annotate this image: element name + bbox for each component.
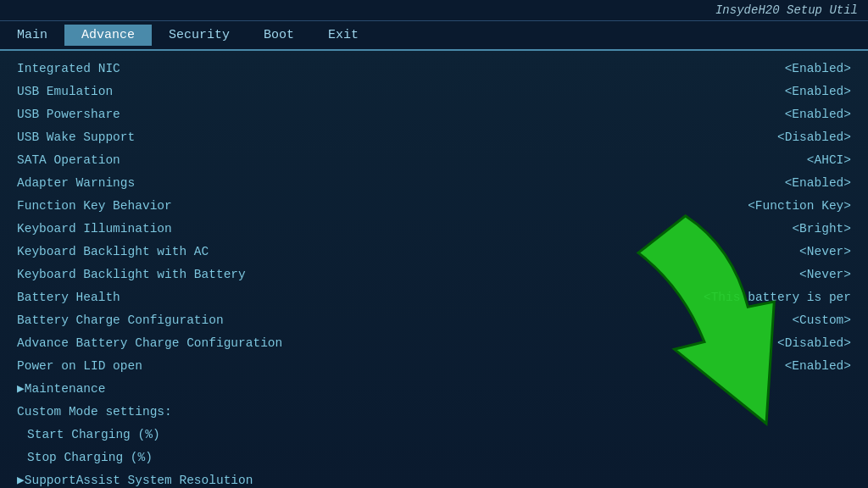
setting-value xyxy=(682,472,851,488)
setting-label: Battery Health xyxy=(17,289,120,307)
setting-backlight-battery[interactable]: Keyboard Backlight with Battery <Never> xyxy=(17,263,851,286)
setting-advance-battery[interactable]: Advance Battery Charge Configuration <Di… xyxy=(17,332,851,355)
setting-stop-charging[interactable]: Stop Charging (%) xyxy=(17,446,851,469)
setting-usb-wake[interactable]: USB Wake Support <Disabled> xyxy=(17,126,851,149)
setting-value: <This battery is per xyxy=(682,289,851,307)
setting-backlight-ac[interactable]: Keyboard Backlight with AC <Never> xyxy=(17,241,851,263)
setting-value: <Enabled> xyxy=(682,60,851,78)
setting-label: Power on LID open xyxy=(17,358,142,375)
setting-sata[interactable]: SATA Operation <AHCI> xyxy=(17,149,851,172)
setting-start-charging[interactable]: Start Charging (%) xyxy=(17,424,851,446)
setting-function-key[interactable]: Function Key Behavior <Function Key> xyxy=(17,195,851,218)
menu-security[interactable]: Security xyxy=(152,25,247,46)
setting-label: Advance Battery Charge Configuration xyxy=(17,335,282,352)
setting-value: <Enabled> xyxy=(682,106,851,124)
settings-list: Integrated NIC <Enabled> USB Emulation <… xyxy=(0,51,868,488)
setting-label: ▶SupportAssist System Resolution xyxy=(17,472,253,488)
setting-usb-powershare[interactable]: USB Powershare <Enabled> xyxy=(17,103,851,126)
setting-value: <Bright> xyxy=(682,220,851,238)
menu-exit[interactable]: Exit xyxy=(311,25,376,46)
setting-label: Battery Charge Configuration xyxy=(17,312,224,330)
setting-supportassist[interactable]: ▶SupportAssist System Resolution xyxy=(17,469,851,488)
menu-main[interactable]: Main xyxy=(0,25,64,46)
setting-value: <Enabled> xyxy=(682,358,851,375)
menu-advance[interactable]: Advance xyxy=(64,25,152,46)
setting-battery-charge-config[interactable]: Battery Charge Configuration <Custom> xyxy=(17,309,851,332)
setting-value: <Disabled> xyxy=(682,129,851,147)
setting-value: <Custom> xyxy=(682,312,851,330)
setting-value: <Enabled> xyxy=(682,175,851,192)
setting-label: Stop Charging (%) xyxy=(27,449,153,467)
setting-value xyxy=(682,380,851,398)
content-area: Integrated NIC <Enabled> USB Emulation <… xyxy=(0,51,868,488)
setting-power-lid[interactable]: Power on LID open <Enabled> xyxy=(17,355,851,378)
setting-usb-emulation[interactable]: USB Emulation <Enabled> xyxy=(17,80,851,103)
setting-label: Start Charging (%) xyxy=(27,426,160,444)
menu-bar: Main Advance Security Boot Exit xyxy=(0,21,868,51)
setting-value: <AHCI> xyxy=(682,152,851,169)
setting-label: Adapter Warnings xyxy=(17,175,135,192)
setting-custom-mode: Custom Mode settings: xyxy=(17,401,851,424)
setting-label: USB Wake Support xyxy=(17,129,135,147)
setting-label: Keyboard Backlight with AC xyxy=(17,243,209,261)
setting-value: <Enabled> xyxy=(682,83,851,101)
setting-label: Function Key Behavior xyxy=(17,197,172,215)
setting-value: <Disabled> xyxy=(682,335,851,352)
setting-adapter-warnings[interactable]: Adapter Warnings <Enabled> xyxy=(17,172,851,195)
setting-value xyxy=(682,426,851,444)
setting-label: ▶Maintenance xyxy=(17,380,105,398)
setting-keyboard-illumination[interactable]: Keyboard Illumination <Bright> xyxy=(17,218,851,241)
title-text: InsydeH20 Setup Util xyxy=(715,3,858,17)
setting-value xyxy=(682,403,851,421)
setting-value xyxy=(682,449,851,467)
bios-screen: InsydeH20 Setup Util Main Advance Securi… xyxy=(0,0,868,488)
setting-label: SATA Operation xyxy=(17,152,120,169)
setting-label: USB Emulation xyxy=(17,83,113,101)
setting-value: <Never> xyxy=(682,266,851,284)
setting-battery-health[interactable]: Battery Health <This battery is per xyxy=(17,286,851,309)
setting-label: Custom Mode settings: xyxy=(17,403,172,421)
title-bar: InsydeH20 Setup Util xyxy=(0,0,868,21)
setting-value: <Never> xyxy=(682,243,851,261)
setting-maintenance[interactable]: ▶Maintenance xyxy=(17,378,851,401)
setting-label: USB Powershare xyxy=(17,106,120,124)
setting-label: Keyboard Illumination xyxy=(17,220,172,238)
setting-value: <Function Key> xyxy=(682,197,851,215)
setting-label: Integrated NIC xyxy=(17,60,120,78)
setting-integrated-nic[interactable]: Integrated NIC <Enabled> xyxy=(17,58,851,80)
menu-boot[interactable]: Boot xyxy=(247,25,311,46)
setting-label: Keyboard Backlight with Battery xyxy=(17,266,246,284)
